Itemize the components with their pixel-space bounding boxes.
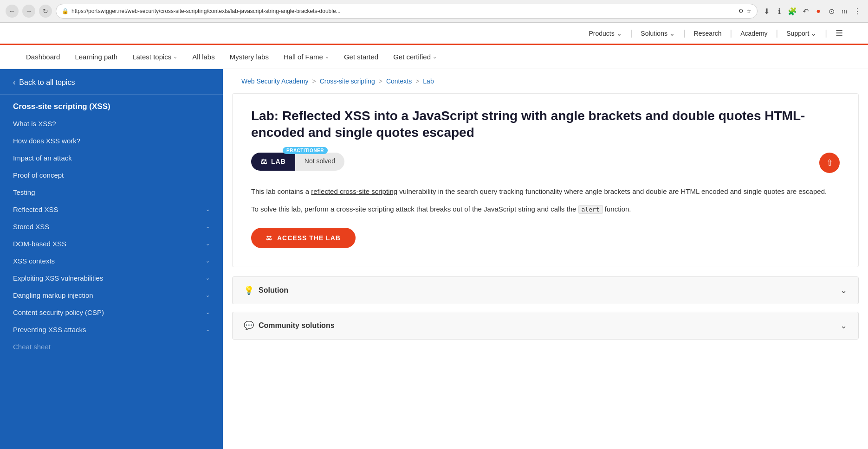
main-nav-get-certified[interactable]: Get certified ⌄ xyxy=(386,45,444,69)
top-nav-academy[interactable]: Academy xyxy=(734,22,774,45)
sidebar-item-reflected-xss-label: Reflected XSS xyxy=(13,205,206,213)
browser-forward-btn[interactable]: → xyxy=(22,5,35,18)
avatar-icon[interactable]: ● xyxy=(813,6,823,16)
breadcrumb-web-security-academy[interactable]: Web Security Academy xyxy=(241,77,308,85)
lab-badge: ⚖ LAB xyxy=(251,153,295,171)
breadcrumb-contexts[interactable]: Contexts xyxy=(386,77,412,85)
xss-contexts-expand-icon: ⌄ xyxy=(206,258,210,264)
top-nav-research-label: Research xyxy=(694,30,722,37)
browser-reload-btn[interactable]: ↻ xyxy=(39,5,52,18)
main-nav-all-labs-label: All labs xyxy=(192,53,214,61)
reflected-xss-expand-icon: ⌄ xyxy=(206,206,210,212)
community-solutions-label: Community solutions xyxy=(259,321,335,330)
sidebar-item-preventing-label: Preventing XSS attacks xyxy=(13,326,206,334)
sidebar-item-dangling-label: Dangling markup injection xyxy=(13,291,206,299)
main-nav-learning-path[interactable]: Learning path xyxy=(67,45,125,69)
sidebar-item-stored-xss[interactable]: Stored XSS ⌄ xyxy=(0,218,223,235)
main-nav-hall-of-fame-label: Hall of Fame xyxy=(284,53,323,61)
top-nav-academy-label: Academy xyxy=(740,30,767,37)
sidebar-item-impact[interactable]: Impact of an attack xyxy=(0,149,223,167)
breadcrumb-lab-label: Lab xyxy=(423,77,434,85)
breadcrumb-xss[interactable]: Cross-site scripting xyxy=(320,77,375,85)
alert-function-code: alert xyxy=(578,205,603,214)
sidebar-item-what-is-xss[interactable]: What is XSS? xyxy=(0,115,223,132)
sidebar-item-preventing-xss[interactable]: Preventing XSS attacks ⌄ xyxy=(0,321,223,338)
sidebar-back-btn[interactable]: ‹ Back to all topics xyxy=(0,69,223,95)
lab-label: LAB xyxy=(271,158,286,165)
hamburger-menu-btn[interactable]: ☰ xyxy=(829,22,849,45)
top-nav-support[interactable]: Support ⌄ xyxy=(780,22,823,45)
stored-xss-expand-icon: ⌄ xyxy=(206,224,210,230)
sidebar-item-how-xss-works-label: How does XSS work? xyxy=(13,137,210,145)
community-chevron-icon: ⌄ xyxy=(840,321,847,331)
breadcrumb-sep-1: > xyxy=(312,77,316,85)
browser-back-btn[interactable]: ← xyxy=(6,5,19,18)
main-nav-dashboard[interactable]: Dashboard xyxy=(19,45,67,69)
main-nav-latest-topics[interactable]: Latest topics ⌄ xyxy=(125,45,185,69)
sidebar-item-dom-based-xss[interactable]: DOM-based XSS ⌄ xyxy=(0,235,223,252)
browser-actions: ⬇ ℹ 🧩 ↶ ● ⊙ m ⋮ xyxy=(761,6,862,16)
community-solutions-icon: 💬 xyxy=(244,321,254,331)
lab-instruction: To solve this lab, perform a cross-site … xyxy=(251,204,840,215)
top-nav-solutions[interactable]: Solutions ⌄ xyxy=(634,22,681,45)
sidebar-item-proof-label: Proof of concept xyxy=(13,171,210,179)
top-nav-research[interactable]: Research xyxy=(687,22,728,45)
share-icon: ⇧ xyxy=(826,158,833,168)
solution-section[interactable]: 💡 Solution ⌄ xyxy=(232,276,859,304)
community-solutions-section[interactable]: 💬 Community solutions ⌄ xyxy=(232,312,859,340)
nav-separator-5: | xyxy=(825,28,827,38)
top-nav-products[interactable]: Products ⌄ xyxy=(582,22,628,45)
sidebar-item-exploiting-xss[interactable]: Exploiting XSS vulnerabilities ⌄ xyxy=(0,269,223,287)
reflected-xss-link[interactable]: reflected cross-site scripting xyxy=(311,187,397,195)
download-icon[interactable]: ⬇ xyxy=(761,6,771,16)
history-icon[interactable]: ↶ xyxy=(800,6,810,16)
lab-title: Lab: Reflected XSS into a JavaScript str… xyxy=(251,108,840,141)
share-button[interactable]: ⇧ xyxy=(819,153,840,173)
sidebar-item-cheat-sheet[interactable]: Cheat sheet xyxy=(0,338,223,355)
main-nav-dashboard-label: Dashboard xyxy=(26,53,60,61)
chevron-down-icon-2: ⌄ xyxy=(669,30,675,37)
top-nav-products-label: Products xyxy=(589,30,614,37)
sidebar-item-xss-contexts-label: XSS contexts xyxy=(13,257,206,265)
access-lab-button[interactable]: ⚖ ACCESS THE LAB xyxy=(251,228,356,248)
csp-expand-icon: ⌄ xyxy=(206,309,210,315)
breadcrumb-sep-2: > xyxy=(379,77,382,85)
solution-label: Solution xyxy=(259,286,288,295)
breadcrumb-xss-label: Cross-site scripting xyxy=(320,77,375,85)
main-nav-mystery-labs-label: Mystery labs xyxy=(230,53,269,61)
chevron-down-icon: ⌄ xyxy=(616,30,622,37)
sidebar-item-testing[interactable]: Testing xyxy=(0,184,223,201)
main-nav-get-started[interactable]: Get started xyxy=(337,45,386,69)
lab-description: This lab contains a reflected cross-site… xyxy=(251,186,840,197)
sidebar-item-reflected-xss[interactable]: Reflected XSS ⌄ xyxy=(0,201,223,218)
breadcrumb-lab[interactable]: Lab xyxy=(423,77,434,85)
bookmark-icon: ☆ xyxy=(746,8,751,14)
sidebar-item-proof-of-concept[interactable]: Proof of concept xyxy=(0,167,223,184)
sync-icon[interactable]: ⊙ xyxy=(826,6,836,16)
sidebar-item-dangling-markup[interactable]: Dangling markup injection ⌄ xyxy=(0,287,223,304)
user-icon[interactable]: m xyxy=(839,6,849,16)
breadcrumb-sep-3: > xyxy=(415,77,419,85)
browser-url: https://portswigger.net/web-security/cro… xyxy=(71,8,736,14)
main-nav-all-labs[interactable]: All labs xyxy=(185,45,222,69)
breadcrumb-wsa-label: Web Security Academy xyxy=(241,77,308,85)
sidebar-item-xss-contexts[interactable]: XSS contexts ⌄ xyxy=(0,252,223,269)
sidebar-item-how-xss-works[interactable]: How does XSS work? xyxy=(0,132,223,149)
main-nav-mystery-labs[interactable]: Mystery labs xyxy=(222,45,276,69)
browser-address-bar[interactable]: 🔒 https://portswigger.net/web-security/c… xyxy=(56,4,758,19)
extensions-panel-icon[interactable]: 🧩 xyxy=(787,6,797,16)
sidebar-item-what-is-xss-label: What is XSS? xyxy=(13,120,210,128)
sidebar-item-impact-label: Impact of an attack xyxy=(13,154,210,162)
profile-icon[interactable]: ℹ xyxy=(774,6,784,16)
dangling-markup-expand-icon: ⌄ xyxy=(206,292,210,298)
menu-icon[interactable]: ⋮ xyxy=(852,6,862,16)
nav-separator-4: | xyxy=(776,28,778,38)
top-nav-solutions-label: Solutions xyxy=(641,30,667,37)
sidebar-item-csp[interactable]: Content security policy (CSP) ⌄ xyxy=(0,304,223,321)
lab-instruction-text: To solve this lab, perform a cross-site … xyxy=(251,205,576,213)
access-lab-label: ACCESS THE LAB xyxy=(277,234,341,242)
latest-topics-chevron: ⌄ xyxy=(173,54,177,60)
sidebar-item-exploiting-xss-label: Exploiting XSS vulnerabilities xyxy=(13,274,206,282)
main-nav-learning-path-label: Learning path xyxy=(75,53,117,61)
main-nav-hall-of-fame[interactable]: Hall of Fame ⌄ xyxy=(276,45,337,69)
